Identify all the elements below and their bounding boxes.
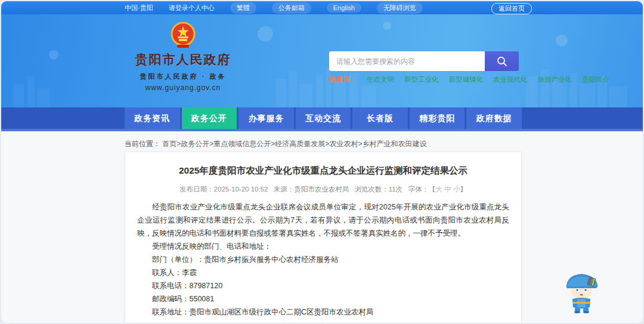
article-body: 经贵阳市农业产业化市级重点龙头企业联席会议成员单位审定，现对2025年开展的农业… [137, 200, 509, 319]
contact-postcode: 邮政编码：550081 [137, 292, 509, 306]
return-home-button[interactable]: 返回首页 [491, 3, 532, 14]
table-caption: 农业产业化市级重点龙头企业运行监测结果 [137, 322, 509, 323]
hot-search-link[interactable]: 农业现代化 [493, 75, 528, 84]
hot-search-link[interactable]: 新型城镇化 [449, 75, 484, 84]
site-url: www.guiyang.gov.cn [126, 84, 240, 92]
hot-search-link[interactable]: 旅游产业化 [538, 75, 572, 84]
search-icon [496, 55, 508, 67]
hot-search-link[interactable]: 贵阳简介 [582, 75, 609, 84]
browser-page: 中国·贵阳 请登录个人中心 繁體 公务邮箱 English 无障碍浏览 返回首页 [1, 1, 643, 323]
font-size-label: 字体： [408, 186, 429, 193]
decor-bubble [383, 21, 391, 30]
nav-tab-zhengwu-zixun[interactable]: 政务资讯 [125, 107, 180, 129]
hot-search-row: 热搜词： 生态文明 新型工业化 新型城镇化 农业现代化 旅游产业化 贵阳简介 [329, 75, 609, 84]
nav-tab-zhengwu-gongkai[interactable]: 政务公开 [182, 107, 237, 129]
bracket: 【 [429, 186, 436, 193]
decor-bubble [258, 26, 273, 42]
site-banner: 贵阳市人民政府 贵阳市人民政府 · 政务 www.guiyang.gov.cn … [1, 14, 643, 107]
decor-bubble [556, 35, 568, 47]
breadcrumb-label: 当前位置： [125, 140, 160, 148]
publish-date: 发布日期：2025-10-20 10:52 [179, 186, 268, 193]
article-paragraph: 经贵阳市农业产业化市级重点龙头企业联席会议成员单位审定，现对2025年开展的农业… [137, 200, 509, 240]
article-paragraph: 受理情况反映的部门、电话和地址： [137, 240, 509, 253]
top-utility-bar: 中国·贵阳 请登录个人中心 繁體 公务邮箱 English 无障碍浏览 返回首页 [1, 1, 643, 14]
search-bar [329, 51, 519, 71]
topbar-link-login-personal-center[interactable]: 请登录个人中心 [169, 4, 215, 13]
article-meta: 发布日期：2025-10-20 10:52 来源：贵阳市农业农村局 浏览次数：1… [137, 185, 509, 194]
site-subtitle: 贵阳市人民政府 · 政务 [126, 72, 240, 81]
topbar-link-china-guiyang[interactable]: 中国·贵阳 [125, 4, 153, 13]
breadcrumb-path[interactable]: 首页>政务公开>重点领域信息公开>经济高质量发展>农业农村>乡村产业和农田建设 [162, 140, 426, 148]
nav-tab-zhangzheban[interactable]: 长者版 [352, 107, 408, 129]
topbar-link-official-mail[interactable]: 公务邮箱 [272, 2, 311, 14]
contact-phone: 联系电话：87987120 [137, 279, 509, 292]
mascot-character-icon[interactable] [562, 270, 602, 313]
view-count: 浏览次数：11次 [354, 186, 402, 193]
decor-bubble [49, 50, 58, 60]
nav-tab-hudong-jiaoliu[interactable]: 互动交流 [296, 107, 351, 129]
topbar-link-accessibility[interactable]: 无障碍浏览 [377, 2, 423, 14]
nav-tab-banshi-fuwu[interactable]: 办事服务 [239, 107, 294, 129]
main-navigation: 政务资讯 政务公开 办事服务 互动交流 长者版 精彩贵阳 政府数据 [1, 107, 643, 129]
font-size-large-button[interactable]: 大 [435, 186, 442, 193]
contact-address: 联系地址：贵阳市观山湖区市级行政中心二期C区贵阳市农业农村局 [137, 306, 509, 319]
search-button[interactable] [485, 51, 519, 71]
cityscape-graphic [1, 66, 643, 107]
topbar-link-english[interactable]: English [327, 3, 361, 13]
article-source: 来源：贵阳市农业农村局 [274, 186, 349, 193]
topbar-links: 中国·贵阳 请登录个人中心 繁體 公务邮箱 English 无障碍浏览 [125, 2, 423, 14]
national-emblem-icon [170, 21, 196, 49]
article-title: 2025年度贵阳市农业产业化市级重点龙头企业运行监测和评定结果公示 [137, 165, 509, 177]
site-brand: 贵阳市人民政府 贵阳市人民政府 · 政务 www.guiyang.gov.cn [126, 21, 240, 92]
nav-tab-zhengfu-shuju[interactable]: 政府数据 [466, 107, 522, 129]
font-size-medium-button[interactable]: 中 [444, 186, 451, 193]
hot-search-link[interactable]: 生态文明 [367, 75, 394, 84]
nav-tab-jingcai-guiyang[interactable]: 精彩贵阳 [410, 107, 465, 129]
article-card: 2025年度贵阳市农业产业化市级重点龙头企业运行监测和评定结果公示 发布日期：2… [125, 152, 522, 323]
hot-search-label: 热搜词： [329, 75, 357, 84]
font-size-small-button[interactable]: 小 [453, 186, 460, 193]
contact-department: 部门（单位）：贵阳市乡村振兴服务中心农村经济服务站 [137, 253, 509, 266]
contact-person: 联系人：李霞 [137, 266, 509, 279]
bracket: 】 [460, 186, 467, 193]
topbar-link-traditional-chinese[interactable]: 繁體 [230, 2, 256, 14]
search-input[interactable] [329, 51, 485, 71]
site-title: 贵阳市人民政府 [126, 51, 240, 68]
hot-search-link[interactable]: 新型工业化 [404, 75, 439, 84]
